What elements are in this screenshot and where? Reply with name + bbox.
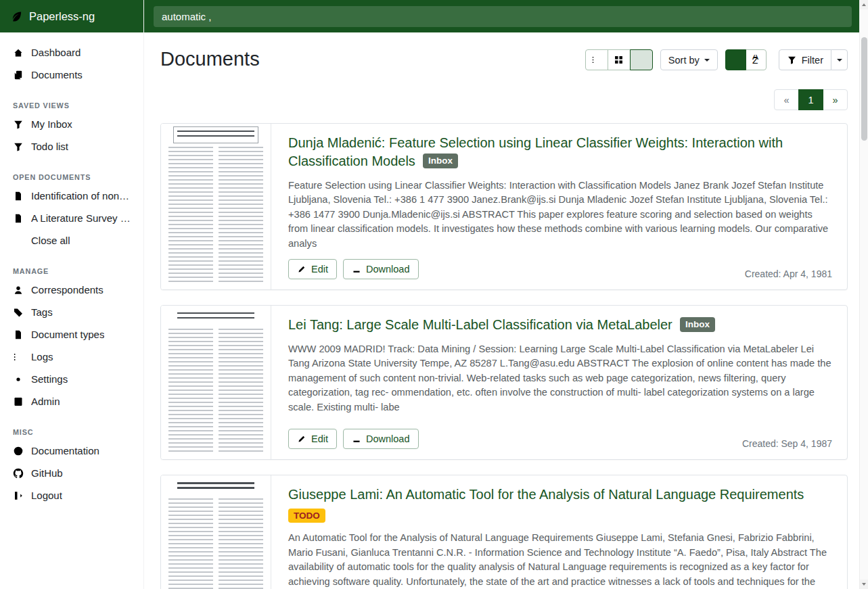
document-snippet: Feature Selection using Linear Classifie… (288, 179, 832, 251)
sort-descending-button[interactable] (725, 49, 746, 70)
sidebar-item-dashboard[interactable]: Dashboard (0, 41, 143, 64)
view-mode-group (585, 49, 653, 70)
document-thumbnail[interactable] (161, 306, 271, 459)
pencil-icon (297, 434, 306, 444)
github-icon (13, 468, 24, 479)
top-navbar (144, 0, 868, 32)
sidebar-item-label: GitHub (31, 467, 63, 479)
search-input[interactable] (154, 6, 852, 27)
main-area: Documents Sort by (144, 0, 868, 589)
sidebar-item-todo-list[interactable]: Todo list (0, 135, 143, 158)
sidebar-item-correspondents[interactable]: Correspondents (0, 279, 143, 301)
document-title-link[interactable]: Lei Tang: Large Scale Multi-Label Classi… (288, 317, 672, 332)
sidebar-item-label: Tags (31, 306, 53, 318)
caret-down-icon (837, 59, 842, 62)
cards-view-icon (636, 55, 646, 65)
sort-alpha-button[interactable] (746, 49, 767, 70)
sidebar-item-label: A Literature Survey on ... (31, 212, 131, 224)
view-grid-button[interactable] (608, 49, 631, 70)
sidebar-item-label: Close all (31, 235, 70, 246)
thumbnail-text-lines (168, 498, 263, 589)
filter-caret-button[interactable] (831, 49, 848, 70)
sidebar-item-github[interactable]: GitHub (0, 462, 143, 484)
document-card-body: Dunja Mladenić: Feature Selection using … (271, 124, 847, 289)
download-icon (352, 434, 361, 444)
sidebar-section-misc: MISC (13, 428, 131, 436)
tag-badge-inbox[interactable]: Inbox (680, 317, 715, 332)
person-icon (13, 285, 24, 296)
scroll-down-arrow-icon[interactable] (860, 580, 868, 589)
document-snippet: An Automatic Tool for the Analysis of Na… (288, 531, 832, 589)
download-icon (352, 264, 361, 274)
filter-label: Filter (802, 55, 823, 66)
sidebar-item-documentation[interactable]: Documentation (0, 440, 143, 462)
edit-button[interactable]: Edit (288, 429, 337, 449)
tag-badge-inbox[interactable]: Inbox (423, 154, 458, 168)
sidebar-item-label: Documents (31, 69, 83, 80)
download-label: Download (366, 433, 410, 444)
pagination: « 1 » (774, 89, 848, 110)
page-title: Documents (160, 47, 260, 71)
sidebar-item-label: Todo list (31, 141, 68, 152)
sidebar-item-logs[interactable]: Logs (0, 346, 143, 368)
sidebar-item-close-all[interactable]: Close all (0, 229, 143, 252)
sidebar-item-label: Documentation (31, 445, 99, 456)
edit-button[interactable]: Edit (288, 259, 337, 279)
sidebar-item-my-inbox[interactable]: My Inbox (0, 113, 143, 135)
sidebar-item-label: Document types (31, 329, 104, 340)
scrollbar[interactable] (859, 0, 868, 589)
sidebar-section-manage: MANAGE (13, 267, 131, 275)
filter-button[interactable]: Filter (779, 49, 831, 70)
document-card-body: Lei Tang: Large Scale Multi-Label Classi… (271, 306, 847, 459)
logout-icon (13, 490, 24, 501)
sort-alpha-icon (751, 55, 761, 65)
edit-label: Edit (311, 264, 328, 275)
document-snippet: WWW 2009 MADRID! Track: Data Mining / Se… (288, 342, 832, 415)
files-icon (13, 70, 24, 80)
sidebar-item-admin[interactable]: Admin (0, 390, 143, 413)
thumbnail-text-lines (168, 329, 263, 452)
pencil-icon (297, 264, 306, 274)
scroll-up-arrow-icon[interactable] (860, 0, 868, 9)
filter-group: Filter (779, 49, 848, 70)
sidebar-item-label: My Inbox (31, 118, 72, 130)
download-label: Download (366, 264, 410, 275)
funnel-icon (13, 119, 24, 130)
pagination-next-button[interactable]: » (823, 89, 848, 110)
question-circle-icon (13, 446, 24, 456)
sidebar-item-label: Identification of non-fu... (31, 190, 131, 202)
sidebar-item-open-document-1[interactable]: Identification of non-fu... (0, 185, 143, 207)
document-title-link[interactable]: Giuseppe Lami: An Automatic Tool for the… (288, 487, 804, 502)
sidebar-item-settings[interactable]: Settings (0, 368, 143, 390)
person-badge-icon (13, 396, 24, 407)
toolbar: Sort by Filter (585, 47, 848, 70)
sidebar-item-document-types[interactable]: Document types (0, 323, 143, 346)
page-header: Documents Sort by (160, 47, 848, 71)
download-button[interactable]: Download (343, 259, 419, 279)
pagination-prev-button[interactable]: « (774, 89, 799, 110)
document-title-link[interactable]: Dunja Mladenić: Feature Selection using … (288, 135, 783, 168)
thumbnail-title-lines (177, 312, 254, 321)
gear-icon (13, 374, 24, 385)
sidebar-item-open-document-2[interactable]: A Literature Survey on ... (0, 207, 143, 229)
scrollbar-thumb[interactable] (861, 37, 867, 141)
thumbnail-text-lines (168, 147, 263, 283)
sidebar-item-tags[interactable]: Tags (0, 301, 143, 323)
sort-by-label: Sort by (668, 55, 700, 66)
pagination-page-1-button[interactable]: 1 (798, 89, 823, 110)
sidebar-item-documents[interactable]: Documents (0, 64, 143, 86)
sidebar-item-logout[interactable]: Logout (0, 484, 143, 506)
download-button[interactable]: Download (343, 429, 419, 449)
sort-direction-group (725, 49, 767, 70)
sort-by-button[interactable]: Sort by (660, 49, 718, 70)
document-thumbnail[interactable] (161, 475, 271, 589)
tag-badge-todo[interactable]: TODO (288, 509, 325, 523)
brand[interactable]: Paperless-ng (0, 0, 143, 32)
view-cards-button[interactable] (630, 49, 653, 70)
app-window: Paperless-ng Dashboard Documents SAVED V… (0, 0, 868, 589)
thumbnail-title-lines (177, 131, 254, 139)
view-table-button[interactable] (585, 49, 608, 70)
sidebar-item-label: Logs (31, 351, 53, 362)
document-thumbnail[interactable] (161, 124, 271, 289)
tag-icon (13, 307, 24, 318)
